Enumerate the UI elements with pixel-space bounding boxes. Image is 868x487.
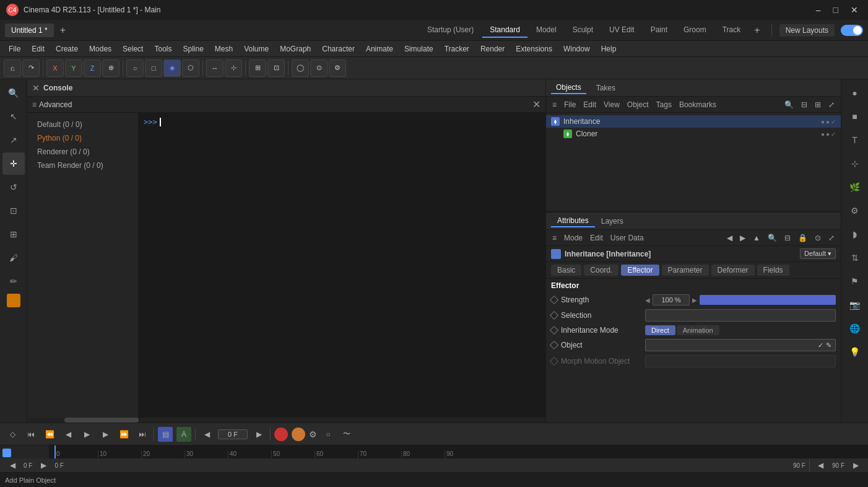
menu-tracker[interactable]: Tracker bbox=[440, 43, 474, 55]
right-icon-camera[interactable]: 📷 bbox=[844, 294, 866, 316]
timeline-gear-icon[interactable]: ⚙ bbox=[309, 429, 317, 439]
objects-toolbar-search-icon[interactable]: 🔍 bbox=[782, 100, 796, 109]
toolbar-pivot-icon[interactable]: ⊹ bbox=[225, 59, 242, 77]
menu-mesh[interactable]: Mesh bbox=[210, 43, 238, 55]
sidebar-arrow-icon[interactable]: ↖ bbox=[2, 105, 25, 128]
toolbar-sphere-icon[interactable]: ○ bbox=[126, 59, 144, 77]
timeline-bottom-next[interactable]: ▶ bbox=[36, 458, 51, 473]
console-content[interactable]: >>> bbox=[139, 113, 545, 418]
right-icon-light[interactable]: 💡 bbox=[844, 341, 866, 363]
attr-toolbar-target-icon[interactable]: ⊙ bbox=[812, 234, 823, 242]
menu-spline[interactable]: Spline bbox=[178, 43, 208, 55]
right-icon-dots[interactable]: ⊹ bbox=[844, 152, 866, 175]
tab-add-button[interactable]: + bbox=[56, 25, 69, 36]
object-dropdown[interactable]: ✓ ✎ bbox=[645, 339, 836, 351]
timeline-start-icon[interactable]: ⏮ bbox=[24, 427, 38, 442]
timeline-end-prev[interactable]: ◀ bbox=[814, 458, 828, 473]
inheritance-check[interactable]: ✓ bbox=[831, 118, 836, 125]
toolbar-x-icon[interactable]: X bbox=[46, 59, 64, 77]
menu-extensions[interactable]: Extensions bbox=[511, 43, 557, 55]
attr-subtab-fields[interactable]: Fields bbox=[757, 265, 789, 276]
console-scrollbar-thumb[interactable] bbox=[64, 418, 139, 423]
attr-toolbar-search-icon[interactable]: 🔍 bbox=[765, 234, 779, 242]
attr-subtab-deformer[interactable]: Deformer bbox=[711, 265, 755, 276]
tab-takes[interactable]: Takes bbox=[591, 82, 620, 94]
minimize-button[interactable]: – bbox=[812, 4, 825, 16]
menu-animate[interactable]: Animate bbox=[361, 43, 398, 55]
nav-tab-track[interactable]: Track bbox=[715, 23, 749, 38]
menu-edit[interactable]: Edit bbox=[27, 43, 50, 55]
right-icon-gear[interactable]: ⚙ bbox=[844, 200, 866, 222]
objects-toolbar-home-icon[interactable]: ⊟ bbox=[799, 100, 810, 109]
object-item-cloner[interactable]: ⧫ Cloner ● ● ✓ bbox=[546, 128, 841, 140]
objects-toolbar-menu-icon[interactable]: ≡ bbox=[550, 100, 559, 109]
console-scrollbar[interactable] bbox=[27, 418, 545, 423]
sidebar-rotate-icon[interactable]: ↺ bbox=[2, 176, 25, 198]
object-check-icon[interactable]: ✓ bbox=[818, 341, 823, 349]
tab-untitled[interactable]: Untitled 1 * bbox=[5, 24, 54, 37]
attr-toolbar-back-icon[interactable]: ◀ bbox=[724, 234, 735, 242]
console-sidebar-default[interactable]: Default (0 / 0) bbox=[27, 118, 138, 131]
selection-text-field[interactable] bbox=[645, 309, 836, 322]
toolbar-redo-icon[interactable]: ↷ bbox=[22, 59, 40, 77]
toolbar-move-icon[interactable]: ↔ bbox=[206, 59, 224, 77]
timeline-back-icon[interactable]: ◀ bbox=[61, 427, 76, 442]
timeline-rec-button[interactable] bbox=[274, 428, 288, 441]
menu-character[interactable]: Character bbox=[317, 43, 360, 55]
menu-tools[interactable]: Tools bbox=[149, 43, 176, 55]
nav-tab-model[interactable]: Model bbox=[529, 23, 564, 38]
attr-toolbar-expand-icon[interactable]: ⤢ bbox=[826, 234, 837, 242]
attr-toolbar-up-icon[interactable]: ▲ bbox=[750, 234, 763, 242]
attr-toolbar-lock-icon[interactable]: 🔒 bbox=[796, 234, 810, 242]
attr-toolbar-mode[interactable]: Mode bbox=[562, 234, 585, 242]
timeline-end-icon[interactable]: ⏭ bbox=[135, 427, 150, 442]
tab-layers[interactable]: Layers bbox=[595, 216, 630, 227]
toolbar-grid2-icon[interactable]: ⊡ bbox=[267, 59, 285, 77]
toolbar-undo-icon[interactable]: ⎌ bbox=[4, 59, 21, 77]
right-icon-flag[interactable]: ⚑ bbox=[844, 270, 866, 292]
timeline-play-icon[interactable]: ▶ bbox=[79, 427, 94, 442]
nav-tab-paint[interactable]: Paint bbox=[643, 23, 675, 38]
sidebar-transform-icon[interactable]: ⊞ bbox=[2, 223, 25, 245]
toolbar-target-icon[interactable]: ⊙ bbox=[310, 59, 328, 77]
attr-toolbar-menu-icon[interactable]: ≡ bbox=[550, 234, 559, 242]
menu-volume[interactable]: Volume bbox=[239, 43, 274, 55]
right-icon-arrows[interactable]: ⇅ bbox=[844, 247, 866, 269]
objects-toolbar-bookmarks[interactable]: Bookmarks bbox=[677, 100, 719, 109]
menu-create[interactable]: Create bbox=[51, 43, 83, 55]
timeline-bottom-prev[interactable]: ◀ bbox=[5, 458, 20, 473]
console-sidebar-teamrender[interactable]: Team Render (0 / 0) bbox=[27, 159, 138, 172]
timeline-auto-button[interactable] bbox=[292, 428, 305, 441]
attr-toolbar-userdata[interactable]: User Data bbox=[608, 234, 646, 242]
timeline-keyframe2-icon[interactable]: A bbox=[176, 427, 191, 442]
tab-objects[interactable]: Objects bbox=[551, 82, 586, 94]
attr-toolbar-filter-icon[interactable]: ⊟ bbox=[782, 234, 793, 242]
toolbar-y-icon[interactable]: Y bbox=[65, 59, 82, 77]
timeline-end-next[interactable]: ▶ bbox=[848, 458, 863, 473]
timeline-frame-input[interactable]: 0 F bbox=[218, 429, 248, 439]
menu-render[interactable]: Render bbox=[475, 43, 510, 55]
menu-help[interactable]: Help bbox=[596, 43, 622, 55]
objects-toolbar-filter-icon[interactable]: ⊞ bbox=[812, 100, 823, 109]
inheritance-dot2[interactable]: ● bbox=[826, 118, 830, 125]
strength-diamond-icon[interactable] bbox=[550, 296, 558, 304]
objects-toolbar-view[interactable]: View bbox=[601, 100, 622, 109]
nav-tab-groom[interactable]: Groom bbox=[676, 23, 714, 38]
objects-toolbar-tags[interactable]: Tags bbox=[654, 100, 674, 109]
object-edit-icon[interactable]: ✎ bbox=[826, 341, 831, 349]
timeline-circle-icon[interactable]: ○ bbox=[321, 427, 336, 442]
sidebar-pen-icon[interactable]: ✏ bbox=[2, 270, 25, 292]
console-menu-icon[interactable]: ≡ bbox=[32, 100, 37, 109]
console-sidebar-renderer[interactable]: Renderer (0 / 0) bbox=[27, 145, 138, 159]
attr-obj-dropdown[interactable]: Default ▾ bbox=[800, 248, 836, 259]
attr-subtab-coord[interactable]: Coord. bbox=[584, 265, 618, 276]
timeline-forward-icon[interactable]: ▶ bbox=[98, 427, 113, 442]
sidebar-select-icon[interactable]: ↗ bbox=[2, 129, 25, 151]
menu-modes[interactable]: Modes bbox=[84, 43, 116, 55]
sidebar-search-icon[interactable]: 🔍 bbox=[2, 82, 25, 104]
console-sidebar-python[interactable]: Python (0 / 0) bbox=[27, 131, 138, 145]
toolbar-circle-icon[interactable]: ◯ bbox=[292, 59, 309, 77]
new-layouts-button[interactable]: New Layouts bbox=[779, 24, 835, 37]
cloner-dot2[interactable]: ● bbox=[826, 131, 830, 138]
menu-mograph[interactable]: MoGraph bbox=[275, 43, 316, 55]
